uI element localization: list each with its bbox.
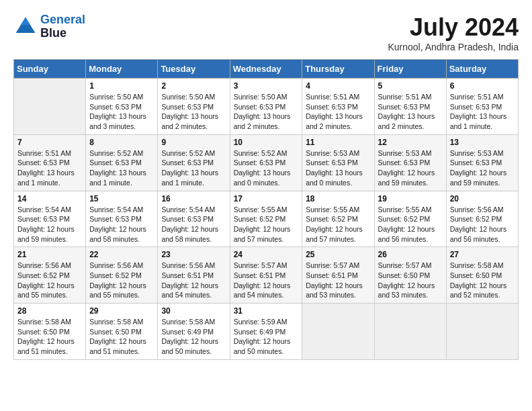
week-row-4: 21Sunrise: 5:56 AMSunset: 6:52 PMDayligh… — [14, 247, 519, 304]
column-header-sunday: Sunday — [14, 60, 86, 79]
day-number: 26 — [378, 250, 443, 259]
day-number: 31 — [234, 306, 299, 316]
week-row-1: 1Sunrise: 5:50 AMSunset: 6:53 PMDaylight… — [14, 79, 519, 135]
day-number: 20 — [450, 194, 515, 203]
day-number: 22 — [89, 250, 154, 259]
logo-line1: General — [40, 13, 85, 26]
day-cell: 16Sunrise: 5:54 AMSunset: 6:53 PMDayligh… — [158, 191, 230, 247]
day-number: 4 — [306, 81, 370, 91]
day-info: Sunrise: 5:56 AMSunset: 6:52 PMDaylight:… — [89, 261, 154, 300]
day-info: Sunrise: 5:58 AMSunset: 6:50 PMDaylight:… — [450, 261, 515, 300]
day-cell — [14, 79, 86, 135]
day-cell: 30Sunrise: 5:58 AMSunset: 6:49 PMDayligh… — [158, 304, 230, 360]
day-info: Sunrise: 5:51 AMSunset: 6:53 PMDaylight:… — [306, 92, 370, 132]
day-info: Sunrise: 5:58 AMSunset: 6:49 PMDaylight:… — [161, 317, 226, 357]
day-number: 17 — [234, 194, 299, 203]
day-number: 30 — [161, 306, 226, 316]
day-cell: 24Sunrise: 5:57 AMSunset: 6:51 PMDayligh… — [230, 247, 302, 304]
day-info: Sunrise: 5:56 AMSunset: 6:52 PMDaylight:… — [17, 261, 82, 300]
day-info: Sunrise: 5:54 AMSunset: 6:53 PMDaylight:… — [161, 205, 226, 244]
day-info: Sunrise: 5:50 AMSunset: 6:53 PMDaylight:… — [89, 92, 154, 132]
day-cell: 23Sunrise: 5:56 AMSunset: 6:51 PMDayligh… — [158, 247, 230, 304]
day-cell: 20Sunrise: 5:56 AMSunset: 6:52 PMDayligh… — [446, 191, 518, 247]
calendar-table: SundayMondayTuesdayWednesdayThursdayFrid… — [13, 59, 519, 360]
day-cell: 11Sunrise: 5:53 AMSunset: 6:53 PMDayligh… — [302, 134, 374, 191]
day-cell: 12Sunrise: 5:53 AMSunset: 6:53 PMDayligh… — [374, 134, 446, 191]
day-info: Sunrise: 5:52 AMSunset: 6:53 PMDaylight:… — [161, 148, 226, 188]
day-cell: 6Sunrise: 5:51 AMSunset: 6:53 PMDaylight… — [446, 79, 518, 135]
day-cell: 22Sunrise: 5:56 AMSunset: 6:52 PMDayligh… — [86, 247, 158, 304]
title-block: July 2024 Kurnool, Andhra Pradesh, India — [388, 13, 519, 52]
day-number: 15 — [89, 194, 154, 203]
day-number: 27 — [450, 250, 515, 259]
week-row-3: 14Sunrise: 5:54 AMSunset: 6:53 PMDayligh… — [14, 191, 519, 247]
day-cell: 4Sunrise: 5:51 AMSunset: 6:53 PMDaylight… — [302, 79, 374, 135]
day-info: Sunrise: 5:54 AMSunset: 6:53 PMDaylight:… — [89, 205, 154, 244]
day-cell: 31Sunrise: 5:59 AMSunset: 6:49 PMDayligh… — [230, 304, 302, 360]
day-number: 6 — [450, 81, 515, 91]
month-title: July 2024 — [388, 13, 519, 42]
day-info: Sunrise: 5:57 AMSunset: 6:51 PMDaylight:… — [234, 261, 299, 300]
day-number: 7 — [17, 138, 82, 147]
day-cell: 28Sunrise: 5:58 AMSunset: 6:50 PMDayligh… — [14, 304, 86, 360]
day-info: Sunrise: 5:58 AMSunset: 6:50 PMDaylight:… — [89, 317, 154, 357]
day-info: Sunrise: 5:51 AMSunset: 6:53 PMDaylight:… — [17, 148, 82, 188]
day-info: Sunrise: 5:58 AMSunset: 6:50 PMDaylight:… — [17, 317, 82, 357]
day-cell: 2Sunrise: 5:50 AMSunset: 6:53 PMDaylight… — [158, 79, 230, 135]
day-number: 8 — [89, 138, 154, 147]
column-header-tuesday: Tuesday — [158, 60, 230, 79]
day-cell — [374, 304, 446, 360]
column-headers: SundayMondayTuesdayWednesdayThursdayFrid… — [14, 60, 519, 79]
day-cell: 17Sunrise: 5:55 AMSunset: 6:52 PMDayligh… — [230, 191, 302, 247]
day-cell: 9Sunrise: 5:52 AMSunset: 6:53 PMDaylight… — [158, 134, 230, 191]
day-cell: 10Sunrise: 5:52 AMSunset: 6:53 PMDayligh… — [230, 134, 302, 191]
week-row-5: 28Sunrise: 5:58 AMSunset: 6:50 PMDayligh… — [14, 304, 519, 360]
day-info: Sunrise: 5:57 AMSunset: 6:50 PMDaylight:… — [378, 261, 443, 300]
logo-line2: Blue — [40, 27, 85, 40]
day-cell: 1Sunrise: 5:50 AMSunset: 6:53 PMDaylight… — [86, 79, 158, 135]
day-cell: 14Sunrise: 5:54 AMSunset: 6:53 PMDayligh… — [14, 191, 86, 247]
logo: General Blue — [13, 13, 85, 40]
day-info: Sunrise: 5:52 AMSunset: 6:53 PMDaylight:… — [234, 148, 299, 188]
day-number: 29 — [89, 306, 154, 316]
day-cell: 21Sunrise: 5:56 AMSunset: 6:52 PMDayligh… — [14, 247, 86, 304]
day-cell: 7Sunrise: 5:51 AMSunset: 6:53 PMDaylight… — [14, 134, 86, 191]
day-number: 19 — [378, 194, 443, 203]
day-number: 28 — [17, 306, 82, 316]
day-number: 16 — [161, 194, 226, 203]
day-info: Sunrise: 5:51 AMSunset: 6:53 PMDaylight:… — [378, 92, 443, 132]
day-cell: 19Sunrise: 5:55 AMSunset: 6:52 PMDayligh… — [374, 191, 446, 247]
day-cell: 3Sunrise: 5:50 AMSunset: 6:53 PMDaylight… — [230, 79, 302, 135]
column-header-friday: Friday — [374, 60, 446, 79]
day-info: Sunrise: 5:55 AMSunset: 6:52 PMDaylight:… — [234, 205, 299, 244]
column-header-thursday: Thursday — [302, 60, 374, 79]
day-number: 3 — [234, 81, 299, 91]
day-info: Sunrise: 5:53 AMSunset: 6:53 PMDaylight:… — [450, 148, 515, 188]
location: Kurnool, Andhra Pradesh, India — [388, 42, 519, 52]
week-row-2: 7Sunrise: 5:51 AMSunset: 6:53 PMDaylight… — [14, 134, 519, 191]
day-number: 14 — [17, 194, 82, 203]
page-header: General Blue July 2024 Kurnool, Andhra P… — [13, 13, 519, 52]
day-cell: 8Sunrise: 5:52 AMSunset: 6:53 PMDaylight… — [86, 134, 158, 191]
day-number: 10 — [234, 138, 299, 147]
day-info: Sunrise: 5:56 AMSunset: 6:51 PMDaylight:… — [161, 261, 226, 300]
day-info: Sunrise: 5:55 AMSunset: 6:52 PMDaylight:… — [306, 205, 370, 244]
day-number: 25 — [306, 250, 370, 259]
day-cell: 26Sunrise: 5:57 AMSunset: 6:50 PMDayligh… — [374, 247, 446, 304]
day-info: Sunrise: 5:50 AMSunset: 6:53 PMDaylight:… — [161, 92, 226, 132]
day-cell: 25Sunrise: 5:57 AMSunset: 6:51 PMDayligh… — [302, 247, 374, 304]
day-cell — [446, 304, 518, 360]
day-cell — [302, 304, 374, 360]
day-info: Sunrise: 5:56 AMSunset: 6:52 PMDaylight:… — [450, 205, 515, 244]
column-header-saturday: Saturday — [446, 60, 518, 79]
day-number: 2 — [161, 81, 226, 91]
day-number: 13 — [450, 138, 515, 147]
day-info: Sunrise: 5:54 AMSunset: 6:53 PMDaylight:… — [17, 205, 82, 244]
day-number: 11 — [306, 138, 370, 147]
day-cell: 13Sunrise: 5:53 AMSunset: 6:53 PMDayligh… — [446, 134, 518, 191]
day-number: 18 — [306, 194, 370, 203]
day-info: Sunrise: 5:51 AMSunset: 6:53 PMDaylight:… — [450, 92, 515, 132]
day-info: Sunrise: 5:53 AMSunset: 6:53 PMDaylight:… — [306, 148, 370, 188]
day-info: Sunrise: 5:55 AMSunset: 6:52 PMDaylight:… — [378, 205, 443, 244]
day-info: Sunrise: 5:52 AMSunset: 6:53 PMDaylight:… — [89, 148, 154, 188]
